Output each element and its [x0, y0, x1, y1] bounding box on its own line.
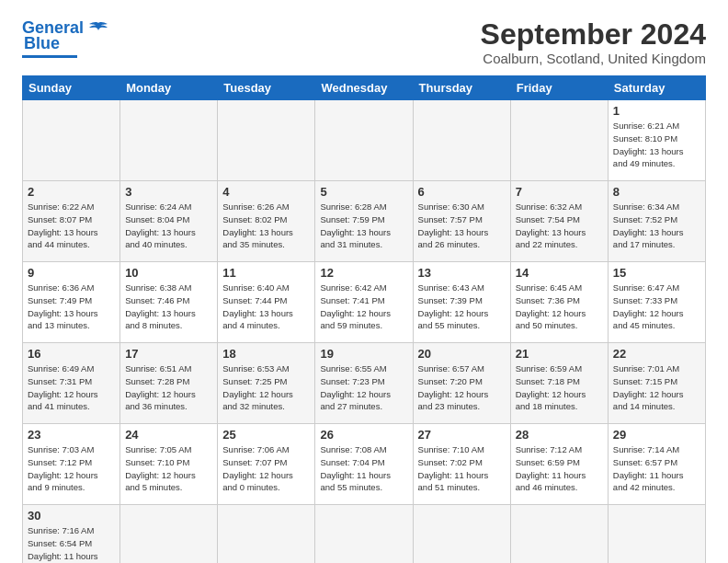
day-info: Sunrise: 6:40 AM Sunset: 7:44 PM Dayligh…	[222, 282, 310, 332]
day-info: Sunrise: 7:05 AM Sunset: 7:10 PM Dayligh…	[125, 443, 212, 494]
day-info: Sunrise: 6:57 AM Sunset: 7:20 PM Dayligh…	[418, 362, 506, 413]
day-info: Sunrise: 6:49 AM Sunset: 7:31 PM Dayligh…	[28, 362, 115, 413]
day-number: 6	[418, 185, 506, 199]
header: General Blue September 2024 Coalburn, Sc…	[22, 18, 706, 66]
day-info: Sunrise: 6:26 AM Sunset: 8:02 PM Dayligh…	[222, 201, 310, 251]
table-row: 1Sunrise: 6:21 AM Sunset: 8:10 PM Daylig…	[608, 100, 705, 181]
table-row: 18Sunrise: 6:53 AM Sunset: 7:25 PM Dayli…	[218, 343, 315, 424]
day-info: Sunrise: 7:06 AM Sunset: 7:07 PM Dayligh…	[222, 443, 310, 494]
table-row: 14Sunrise: 6:45 AM Sunset: 7:36 PM Dayli…	[510, 262, 608, 343]
day-number: 21	[516, 347, 603, 361]
table-row	[120, 505, 218, 563]
table-row: 24Sunrise: 7:05 AM Sunset: 7:10 PM Dayli…	[120, 424, 218, 505]
day-number: 12	[320, 266, 407, 280]
table-row: 6Sunrise: 6:30 AM Sunset: 7:57 PM Daylig…	[413, 181, 510, 262]
table-row	[608, 505, 705, 563]
table-row	[510, 505, 608, 563]
table-row: 19Sunrise: 6:55 AM Sunset: 7:23 PM Dayli…	[315, 343, 413, 424]
weekday-header-row: Sunday Monday Tuesday Wednesday Thursday…	[23, 76, 706, 100]
table-row: 5Sunrise: 6:28 AM Sunset: 7:59 PM Daylig…	[315, 181, 413, 262]
day-info: Sunrise: 6:22 AM Sunset: 8:07 PM Dayligh…	[28, 201, 115, 251]
day-info: Sunrise: 6:51 AM Sunset: 7:28 PM Dayligh…	[125, 362, 212, 413]
day-number: 28	[516, 428, 603, 442]
table-row	[23, 100, 120, 181]
day-number: 1	[613, 104, 700, 118]
day-number: 23	[28, 428, 115, 442]
table-row: 16Sunrise: 6:49 AM Sunset: 7:31 PM Dayli…	[23, 343, 120, 424]
table-row: 12Sunrise: 6:42 AM Sunset: 7:41 PM Dayli…	[315, 262, 413, 343]
table-row	[510, 100, 608, 181]
table-row: 9Sunrise: 6:36 AM Sunset: 7:49 PM Daylig…	[23, 262, 120, 343]
day-number: 9	[28, 266, 115, 280]
header-sunday: Sunday	[23, 76, 120, 100]
table-row: 26Sunrise: 7:08 AM Sunset: 7:04 PM Dayli…	[315, 424, 413, 505]
day-info: Sunrise: 6:42 AM Sunset: 7:41 PM Dayligh…	[320, 282, 407, 332]
day-number: 17	[125, 347, 212, 361]
day-number: 16	[28, 347, 115, 361]
day-info: Sunrise: 6:36 AM Sunset: 7:49 PM Dayligh…	[28, 282, 115, 332]
day-number: 26	[320, 428, 407, 442]
day-number: 15	[613, 266, 700, 280]
table-row	[413, 505, 510, 563]
day-info: Sunrise: 6:34 AM Sunset: 7:52 PM Dayligh…	[613, 201, 700, 251]
table-row	[120, 100, 218, 181]
day-info: Sunrise: 7:16 AM Sunset: 6:54 PM Dayligh…	[28, 524, 115, 563]
table-row	[315, 100, 413, 181]
header-tuesday: Tuesday	[218, 76, 315, 100]
day-info: Sunrise: 7:08 AM Sunset: 7:04 PM Dayligh…	[320, 443, 407, 494]
day-number: 18	[222, 347, 310, 361]
day-info: Sunrise: 7:14 AM Sunset: 6:57 PM Dayligh…	[613, 443, 700, 494]
table-row	[413, 100, 510, 181]
table-row: 11Sunrise: 6:40 AM Sunset: 7:44 PM Dayli…	[218, 262, 315, 343]
day-info: Sunrise: 7:12 AM Sunset: 6:59 PM Dayligh…	[516, 443, 603, 494]
calendar-title: September 2024	[481, 18, 706, 51]
table-row: 17Sunrise: 6:51 AM Sunset: 7:28 PM Dayli…	[120, 343, 218, 424]
table-row: 28Sunrise: 7:12 AM Sunset: 6:59 PM Dayli…	[510, 424, 608, 505]
day-number: 29	[613, 428, 700, 442]
table-row: 23Sunrise: 7:03 AM Sunset: 7:12 PM Dayli…	[23, 424, 120, 505]
day-info: Sunrise: 7:03 AM Sunset: 7:12 PM Dayligh…	[28, 443, 115, 494]
day-number: 14	[516, 266, 603, 280]
table-row: 30Sunrise: 7:16 AM Sunset: 6:54 PM Dayli…	[23, 505, 120, 563]
day-number: 20	[418, 347, 506, 361]
day-number: 27	[418, 428, 506, 442]
logo: General Blue	[22, 18, 108, 58]
day-number: 7	[516, 185, 603, 199]
day-number: 11	[222, 266, 310, 280]
table-row: 8Sunrise: 6:34 AM Sunset: 7:52 PM Daylig…	[608, 181, 705, 262]
day-number: 30	[28, 509, 115, 523]
day-number: 8	[613, 185, 700, 199]
day-info: Sunrise: 6:45 AM Sunset: 7:36 PM Dayligh…	[516, 282, 603, 332]
table-row	[218, 505, 315, 563]
page: General Blue September 2024 Coalburn, Sc…	[0, 0, 728, 563]
table-row: 3Sunrise: 6:24 AM Sunset: 8:04 PM Daylig…	[120, 181, 218, 262]
day-number: 22	[613, 347, 700, 361]
calendar-subtitle: Coalburn, Scotland, United Kingdom	[481, 51, 706, 66]
day-info: Sunrise: 6:43 AM Sunset: 7:39 PM Dayligh…	[418, 282, 506, 332]
header-wednesday: Wednesday	[315, 76, 413, 100]
day-info: Sunrise: 6:59 AM Sunset: 7:18 PM Dayligh…	[516, 362, 603, 413]
table-row: 22Sunrise: 7:01 AM Sunset: 7:15 PM Dayli…	[608, 343, 705, 424]
table-row: 25Sunrise: 7:06 AM Sunset: 7:07 PM Dayli…	[218, 424, 315, 505]
table-row	[315, 505, 413, 563]
day-number: 19	[320, 347, 407, 361]
header-monday: Monday	[120, 76, 218, 100]
logo-line2: Blue	[24, 34, 60, 53]
day-info: Sunrise: 6:24 AM Sunset: 8:04 PM Dayligh…	[125, 201, 212, 251]
table-row	[218, 100, 315, 181]
day-number: 3	[125, 185, 212, 199]
table-row: 29Sunrise: 7:14 AM Sunset: 6:57 PM Dayli…	[608, 424, 705, 505]
day-info: Sunrise: 6:28 AM Sunset: 7:59 PM Dayligh…	[320, 201, 407, 251]
day-info: Sunrise: 6:47 AM Sunset: 7:33 PM Dayligh…	[613, 282, 700, 332]
table-row: 10Sunrise: 6:38 AM Sunset: 7:46 PM Dayli…	[120, 262, 218, 343]
day-info: Sunrise: 6:53 AM Sunset: 7:25 PM Dayligh…	[222, 362, 310, 413]
logo-underline	[22, 55, 77, 58]
table-row: 2Sunrise: 6:22 AM Sunset: 8:07 PM Daylig…	[23, 181, 120, 262]
table-row: 4Sunrise: 6:26 AM Sunset: 8:02 PM Daylig…	[218, 181, 315, 262]
day-info: Sunrise: 7:01 AM Sunset: 7:15 PM Dayligh…	[613, 362, 700, 413]
day-info: Sunrise: 6:30 AM Sunset: 7:57 PM Dayligh…	[418, 201, 506, 251]
day-info: Sunrise: 7:10 AM Sunset: 7:02 PM Dayligh…	[418, 443, 506, 494]
day-info: Sunrise: 6:32 AM Sunset: 7:54 PM Dayligh…	[516, 201, 603, 251]
table-row: 21Sunrise: 6:59 AM Sunset: 7:18 PM Dayli…	[510, 343, 608, 424]
table-row: 27Sunrise: 7:10 AM Sunset: 7:02 PM Dayli…	[413, 424, 510, 505]
